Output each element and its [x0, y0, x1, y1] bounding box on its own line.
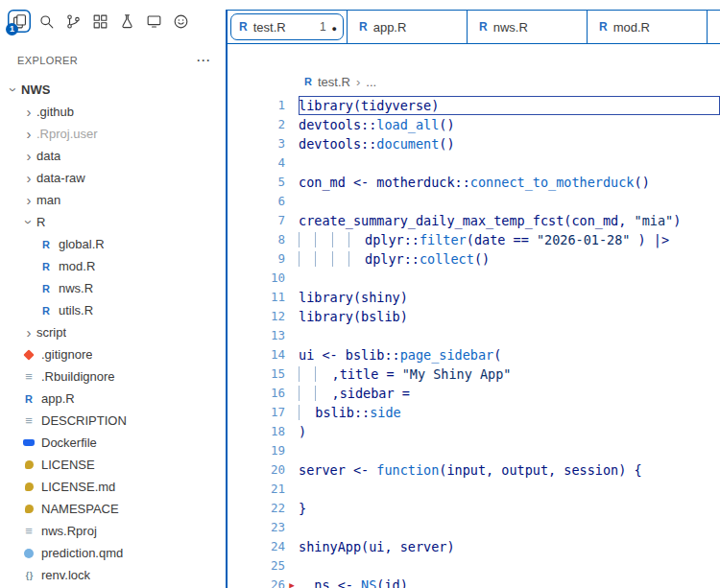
code-line[interactable]: 25 [228, 556, 720, 576]
item-label: script [36, 325, 66, 340]
code-line[interactable]: 12library(bslib) [228, 307, 720, 326]
glyph-margin [285, 460, 299, 480]
file-item-app.r[interactable]: app.R [0, 388, 226, 410]
remote-explorer-icon[interactable] [142, 10, 165, 33]
explorer-icon[interactable]: 1 [8, 10, 31, 33]
item-label: DESCRIPTION [41, 413, 127, 428]
code-line[interactable]: 6 [228, 192, 720, 211]
file-item-namespace[interactable]: NAMESPACE [0, 498, 226, 520]
line-number: 18 [228, 422, 285, 441]
code-line[interactable]: 2devtools::load_all() [228, 115, 720, 134]
more-actions-button[interactable]: ⋯ [196, 56, 210, 65]
tab-label: mod.R [613, 20, 650, 35]
modified-dot-icon[interactable] [332, 20, 337, 35]
tab-nws-r[interactable]: nws.R [468, 11, 588, 43]
code-text [299, 556, 720, 576]
code-line[interactable]: 18) [228, 422, 720, 441]
chevron-right-icon[interactable] [21, 324, 36, 341]
line-number: 14 [228, 345, 285, 365]
glyph-margin [285, 288, 299, 307]
file-item-nws.r[interactable]: nws.R [0, 277, 226, 299]
folder-item-data-raw[interactable]: data-raw [0, 167, 226, 189]
vscode-window: 1 EXPLORER ⋯ NWS.githu [0, 0, 720, 588]
line-number: 8 [228, 230, 285, 249]
code-line[interactable]: 5con_md <- motherduck::connect_to_mother… [228, 173, 720, 192]
tab-test-r[interactable]: test.R 1 [228, 11, 348, 43]
file-item-dockerfile[interactable]: Dockerfile [0, 432, 226, 454]
file-item-global.r[interactable]: global.R [0, 233, 226, 255]
glyph-margin [285, 384, 299, 403]
chevron-right-icon[interactable] [21, 104, 36, 120]
extensions-icon[interactable] [88, 10, 111, 33]
copilot-icon[interactable] [169, 10, 192, 33]
chevron-right-icon[interactable] [21, 170, 36, 186]
folder-item-r[interactable]: R [0, 211, 226, 233]
code-text: library(bslib) [299, 307, 720, 326]
braces-file-icon [21, 568, 36, 583]
r-file-icon [38, 259, 54, 274]
file-item-.rbuildignore[interactable]: .Rbuildignore [0, 365, 226, 388]
file-item-mod.r[interactable]: mod.R [0, 255, 226, 277]
file-item-description[interactable]: DESCRIPTION [0, 410, 226, 432]
code-line[interactable]: 21 [228, 480, 720, 499]
glyph-margin [285, 537, 299, 556]
item-label: Dockerfile [41, 435, 97, 450]
breadcrumb-symbol[interactable]: ... [366, 75, 376, 89]
code-line[interactable]: 10 [228, 269, 720, 288]
code-text: devtools::load_all() [299, 115, 720, 134]
code-line[interactable]: 1library(tidyverse) [228, 96, 720, 115]
code-line[interactable]: 8 dplyr::filter(date == "2026-01-28" ) |… [228, 230, 720, 249]
code-line[interactable]: 4 [228, 153, 720, 173]
chevron-right-icon[interactable] [21, 126, 36, 142]
line-number: 19 [228, 441, 285, 460]
file-item-license.md[interactable]: LICENSE.md [0, 476, 226, 498]
file-item-renv.lock[interactable]: renv.lock [0, 564, 226, 586]
code-line[interactable]: 23 [228, 518, 720, 537]
code-line[interactable]: 22} [228, 499, 720, 518]
item-label: R [36, 215, 45, 229]
r-file-icon [304, 76, 312, 87]
code-line[interactable]: 3devtools::document() [228, 134, 720, 153]
source-control-icon[interactable] [61, 10, 84, 33]
file-item-nws.rproj[interactable]: nws.Rproj [0, 520, 226, 542]
license-file-icon [21, 502, 36, 517]
folder-item-.rproj.user[interactable]: .Rproj.user [0, 123, 226, 145]
chevron-down-icon[interactable] [21, 215, 37, 230]
code-line[interactable]: 11library(shiny) [228, 288, 720, 307]
glyph-margin [285, 499, 299, 518]
code-line[interactable]: 15 ,title = "My Shiny App" [228, 365, 720, 384]
code-line[interactable]: 19 [228, 441, 720, 460]
code-line[interactable]: 9 dplyr::collect() [228, 249, 720, 269]
code-line[interactable]: 26▶ ns <- NS(id) [228, 576, 720, 588]
folder-item-script[interactable]: script [0, 321, 226, 343]
search-icon[interactable] [35, 10, 58, 33]
testing-flask-icon[interactable] [115, 10, 138, 33]
tab-label: test.R [253, 20, 286, 35]
code-line[interactable]: 16 ,sidebar = [228, 384, 720, 403]
file-item-utils.r[interactable]: utils.R [0, 299, 226, 321]
chevron-down-icon[interactable] [6, 82, 22, 98]
item-label: .github [36, 105, 74, 119]
code-text: library(tidyverse) [299, 96, 720, 115]
code-line[interactable]: 14ui <- bslib::page_sidebar( [228, 345, 720, 365]
file-item-.gitignore[interactable]: .gitignore [0, 343, 226, 365]
folder-item-nws[interactable]: NWS [0, 79, 226, 101]
folder-item-man[interactable]: man [0, 189, 226, 211]
tab-app-r[interactable]: app.R [348, 11, 468, 43]
item-label: utils.R [59, 303, 93, 318]
explorer-title: EXPLORER [17, 55, 78, 66]
folder-item-data[interactable]: data [0, 145, 226, 167]
breadcrumb-file[interactable]: test.R [318, 75, 350, 89]
code-line[interactable]: 13 [228, 326, 720, 345]
chevron-right-icon[interactable] [21, 192, 36, 208]
file-item-prediction.qmd[interactable]: prediction.qmd [0, 542, 226, 564]
chevron-right-icon[interactable] [21, 148, 36, 164]
line-number: 4 [228, 153, 285, 173]
code-line[interactable]: 17 bslib::side [228, 403, 720, 422]
code-line[interactable]: 24shinyApp(ui, server) [228, 537, 720, 556]
tab-mod-r[interactable]: mod.R [588, 11, 708, 43]
code-line[interactable]: 20server <- function(input, output, sess… [228, 460, 720, 480]
code-line[interactable]: 7create_summary_daily_max_temp_fcst(con_… [228, 211, 720, 230]
file-item-license[interactable]: LICENSE [0, 454, 226, 476]
folder-item-.github[interactable]: .github [0, 101, 226, 123]
